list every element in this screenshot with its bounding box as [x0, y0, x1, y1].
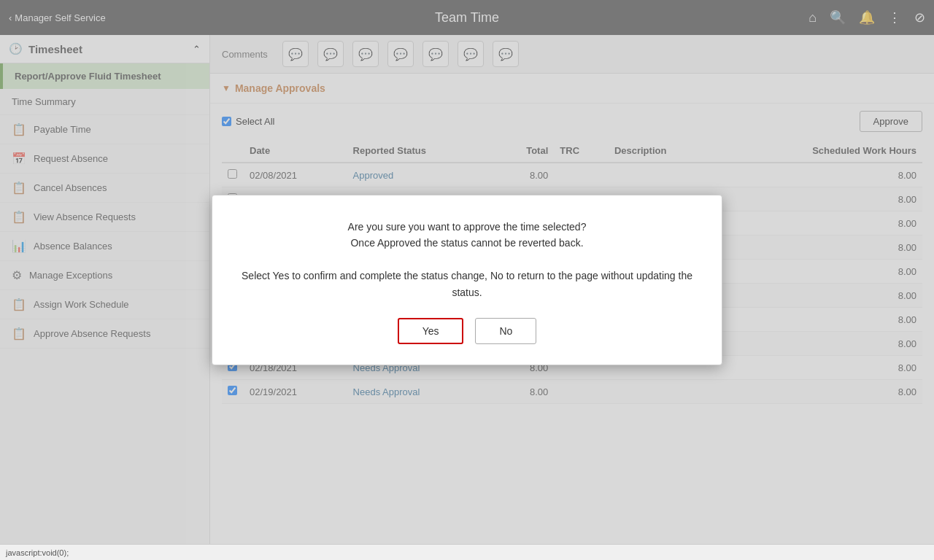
yes-button[interactable]: Yes [398, 318, 464, 344]
dialog-line3: Select Yes to confirm and complete the s… [242, 268, 692, 300]
confirm-dialog: Are you sure you want to approve the tim… [212, 195, 722, 365]
no-button[interactable]: No [475, 318, 536, 344]
status-bar: javascript:void(0); [0, 544, 934, 560]
status-bar-text: javascript:void(0); [6, 548, 69, 557]
dialog-buttons: Yes No [242, 318, 692, 344]
dialog-line2: Once Approved the status cannot be rever… [242, 235, 692, 251]
dialog-overlay: Are you sure you want to approve the tim… [0, 0, 934, 560]
dialog-text: Are you sure you want to approve the tim… [242, 219, 692, 300]
dialog-line1: Are you sure you want to approve the tim… [242, 219, 692, 235]
